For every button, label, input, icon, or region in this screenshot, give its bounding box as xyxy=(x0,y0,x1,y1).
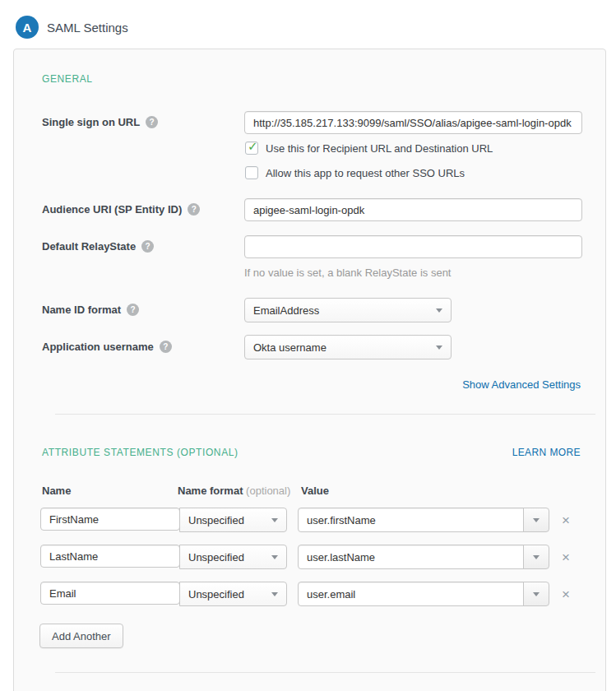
attribute-format-select[interactable]: Unspecified xyxy=(179,508,287,532)
general-section-title: GENERAL xyxy=(42,73,93,85)
help-icon[interactable]: ? xyxy=(127,304,139,316)
app-username-label: Application username ? xyxy=(42,341,172,353)
relay-state-help-text: If no value is set, a blank RelayState i… xyxy=(244,267,451,279)
saml-settings-page: A SAML Settings GENERAL Single sign on U… xyxy=(0,0,616,691)
attribute-value-dropdown-button[interactable] xyxy=(523,545,549,569)
attribute-value-dropdown-button[interactable] xyxy=(523,508,549,532)
attribute-format-select[interactable]: Unspecified xyxy=(179,545,287,569)
page-title: SAML Settings xyxy=(47,21,128,35)
app-username-value: Okta username xyxy=(253,341,436,354)
attribute-format-value: Unspecified xyxy=(188,588,271,601)
column-header-format: Name format (optional) xyxy=(178,485,290,497)
name-id-format-label: Name ID format ? xyxy=(42,304,139,316)
help-icon[interactable]: ? xyxy=(146,116,158,128)
other-sso-urls-checkbox-label: Allow this app to request other SSO URLs xyxy=(266,167,465,179)
learn-more-link[interactable]: LEARN MORE xyxy=(512,447,581,458)
chevron-down-icon xyxy=(271,518,278,522)
sso-url-label-text: Single sign on URL xyxy=(42,116,140,128)
relay-state-input[interactable] xyxy=(244,235,582,258)
sso-url-input[interactable] xyxy=(244,111,582,134)
saml-settings-panel: GENERAL Single sign on URL ? ✓ Use this … xyxy=(13,49,606,691)
chevron-down-icon xyxy=(436,346,442,350)
remove-attribute-button[interactable]: × xyxy=(562,587,570,601)
attribute-value-input[interactable] xyxy=(298,545,524,569)
checkbox-checked[interactable]: ✓ xyxy=(245,141,258,155)
help-icon[interactable]: ? xyxy=(160,341,172,353)
chevron-down-icon xyxy=(533,518,540,522)
app-username-label-text: Application username xyxy=(42,341,154,353)
check-icon: ✓ xyxy=(248,139,258,154)
attribute-value-dropdown-button[interactable] xyxy=(523,582,549,606)
add-another-button[interactable]: Add Another xyxy=(39,624,123,648)
chevron-down-icon xyxy=(271,555,278,559)
help-icon[interactable]: ? xyxy=(141,240,154,253)
recipient-url-checkbox-label: Use this for Recipient URL and Destinati… xyxy=(266,142,493,155)
section-divider xyxy=(55,414,595,415)
chevron-down-icon xyxy=(533,592,540,596)
relay-state-label-text: Default RelayState xyxy=(42,240,136,253)
attribute-value-input[interactable] xyxy=(298,582,524,606)
step-a-badge: A xyxy=(16,16,39,39)
sso-url-label: Single sign on URL ? xyxy=(42,116,158,128)
chevron-down-icon xyxy=(436,308,442,313)
help-icon[interactable]: ? xyxy=(188,203,200,216)
recipient-url-checkbox-row[interactable]: ✓ Use this for Recipient URL and Destina… xyxy=(245,141,493,155)
audience-uri-input[interactable] xyxy=(244,198,582,221)
column-header-name: Name xyxy=(42,485,71,497)
attribute-value-combo xyxy=(298,508,549,532)
attribute-name-input[interactable] xyxy=(40,545,180,568)
chevron-down-icon xyxy=(271,592,278,596)
column-header-format-text: Name format xyxy=(178,485,243,497)
audience-uri-label-text: Audience URI (SP Entity ID) xyxy=(42,203,182,216)
remove-attribute-button[interactable]: × xyxy=(562,513,570,527)
attribute-format-value: Unspecified xyxy=(188,514,271,526)
remove-attribute-button[interactable]: × xyxy=(562,550,570,564)
other-sso-urls-checkbox-row[interactable]: Allow this app to request other SSO URLs xyxy=(245,166,465,179)
app-username-select[interactable]: Okta username xyxy=(244,335,452,359)
name-id-format-label-text: Name ID format xyxy=(42,304,121,316)
audience-uri-label: Audience URI (SP Entity ID) ? xyxy=(42,203,200,216)
relay-state-label: Default RelayState ? xyxy=(42,240,154,253)
column-header-value: Value xyxy=(301,485,329,497)
name-id-format-select[interactable]: EmailAddress xyxy=(244,298,452,322)
attribute-value-input[interactable] xyxy=(298,508,524,532)
column-header-format-optional: (optional) xyxy=(246,485,290,497)
chevron-down-icon xyxy=(533,555,540,559)
attribute-name-input[interactable] xyxy=(40,508,180,531)
attribute-format-select[interactable]: Unspecified xyxy=(179,582,287,606)
name-id-format-value: EmailAddress xyxy=(253,304,436,317)
attribute-name-input[interactable] xyxy=(40,582,180,605)
attribute-value-combo xyxy=(298,545,549,569)
attribute-statements-section-title: ATTRIBUTE STATEMENTS (OPTIONAL) xyxy=(42,447,239,458)
show-advanced-settings-link[interactable]: Show Advanced Settings xyxy=(462,378,581,391)
attribute-format-value: Unspecified xyxy=(188,551,271,563)
bottom-divider xyxy=(55,672,595,673)
attribute-value-combo xyxy=(298,582,549,606)
checkbox-unchecked[interactable] xyxy=(245,166,258,179)
